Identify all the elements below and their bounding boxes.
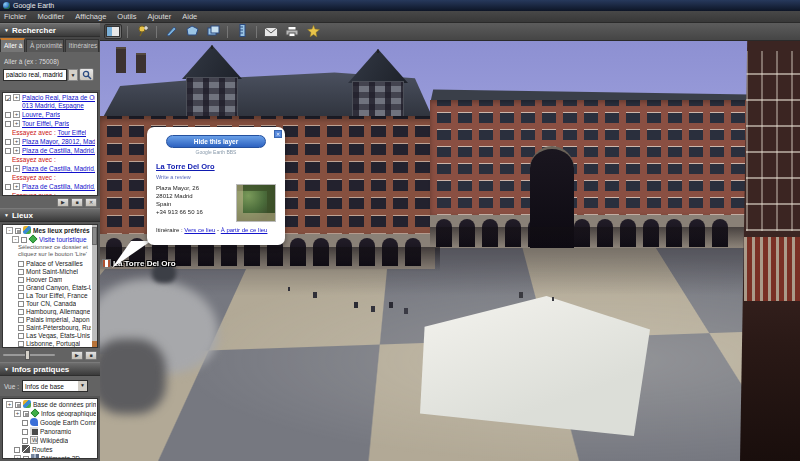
expander-icon[interactable]: + bbox=[13, 94, 20, 101]
place-checkbox[interactable] bbox=[18, 341, 24, 347]
play-tour-button[interactable]: ▶ bbox=[71, 351, 83, 360]
place-checkbox[interactable] bbox=[18, 269, 24, 275]
search-history-dropdown[interactable]: ▼ bbox=[68, 69, 78, 81]
place-item[interactable]: Mont Saint-Michel bbox=[4, 268, 91, 275]
stop-button[interactable]: ■ bbox=[85, 351, 97, 360]
email-button[interactable] bbox=[262, 24, 280, 39]
search-input[interactable] bbox=[3, 69, 67, 81]
layer-checkbox[interactable] bbox=[14, 447, 20, 453]
opacity-slider-thumb[interactable] bbox=[25, 350, 30, 360]
layer-item[interactable]: Panoramio bbox=[4, 427, 96, 435]
menu-affichage[interactable]: Affichage bbox=[75, 13, 106, 21]
place-item[interactable]: Hambourg, Allemagne bbox=[4, 308, 91, 315]
place-checkbox[interactable] bbox=[18, 285, 24, 291]
expander-icon[interactable]: - bbox=[6, 227, 13, 234]
result-checkbox[interactable] bbox=[5, 166, 11, 172]
place-checkbox[interactable] bbox=[18, 301, 24, 307]
expander-icon[interactable]: + bbox=[13, 165, 20, 172]
sightseeing-link[interactable]: Visite touristique bbox=[39, 236, 87, 243]
expander-icon[interactable]: + bbox=[14, 455, 21, 460]
tab-à proximité[interactable]: À proximité bbox=[26, 39, 64, 52]
layer-item[interactable]: +Infos géographiques du Web bbox=[4, 409, 96, 417]
layer-item[interactable]: +Base de données primaire bbox=[4, 400, 96, 408]
menu-fichier[interactable]: Fichier bbox=[4, 13, 27, 21]
scroll-down-arrow[interactable] bbox=[92, 341, 97, 347]
stop-button[interactable]: ■ bbox=[71, 198, 83, 207]
expander-icon[interactable]: + bbox=[13, 147, 20, 154]
layer-item[interactable]: Wikipédia bbox=[4, 436, 96, 444]
result-link[interactable]: Palacio Real, Plaza de Oriente, 2013 Mad… bbox=[22, 94, 95, 110]
places-scrollbar[interactable] bbox=[92, 225, 97, 347]
clear-results-button[interactable]: ✕ bbox=[85, 198, 97, 207]
result-checkbox[interactable] bbox=[5, 121, 11, 127]
add-path-button[interactable] bbox=[162, 24, 180, 39]
places-root-item[interactable]: -Mes lieux préférés bbox=[4, 226, 91, 234]
play-tour-button[interactable]: ▶ bbox=[57, 198, 69, 207]
tab-itinéraires[interactable]: Itinéraires bbox=[65, 39, 99, 52]
layer-checkbox[interactable] bbox=[23, 411, 29, 417]
place-checkbox[interactable] bbox=[18, 333, 24, 339]
result-link[interactable]: Plaza de Castilla, Madrid, Provin bbox=[22, 165, 95, 173]
result-link[interactable]: Tour Eiffel, Paris bbox=[22, 120, 69, 128]
result-link[interactable]: Louvre, Paris bbox=[22, 111, 60, 119]
menu-modifier[interactable]: Modifier bbox=[38, 13, 65, 21]
menu-ajouter[interactable]: Ajouter bbox=[148, 13, 172, 21]
result-link[interactable]: Plaza Mayor, 28012, Madrid, Espa bbox=[22, 138, 95, 146]
add-placemark-button[interactable] bbox=[133, 24, 151, 39]
result-checkbox[interactable] bbox=[5, 139, 11, 145]
suggestion-link[interactable]: Tour Eiffel bbox=[57, 129, 86, 136]
menu-outils[interactable]: Outils bbox=[117, 13, 136, 21]
place-item[interactable]: Las Vegas, États-Unis bbox=[4, 332, 91, 339]
3d-view[interactable]: La Torre Del Oro ✕ Hide this layer Googl… bbox=[100, 41, 800, 461]
layer-checkbox[interactable] bbox=[22, 438, 28, 444]
measure-button[interactable] bbox=[233, 24, 251, 39]
place-checkbox[interactable] bbox=[18, 293, 24, 299]
layer-checkbox[interactable] bbox=[22, 420, 28, 426]
place-item[interactable]: Hoover Dam bbox=[4, 276, 91, 283]
place-item[interactable]: Grand Canyon, États-Unis bbox=[4, 284, 91, 291]
directions-to-here-link[interactable]: Vers ce lieu bbox=[184, 227, 215, 233]
expander-icon[interactable]: + bbox=[13, 120, 20, 127]
add-polygon-button[interactable] bbox=[183, 24, 201, 39]
balloon-title-link[interactable]: La Torre Del Oro bbox=[156, 162, 215, 171]
result-link[interactable]: Plaza de Castilla, Madrid, Espagn bbox=[22, 183, 95, 191]
place-checkbox[interactable] bbox=[18, 277, 24, 283]
opacity-slider[interactable] bbox=[3, 354, 55, 356]
expander-icon[interactable]: + bbox=[13, 138, 20, 145]
write-review-link[interactable]: Write a review bbox=[156, 174, 280, 180]
layer-item[interactable]: Google Earth Community bbox=[4, 418, 96, 426]
place-item[interactable]: La Tour Eiffel, France bbox=[4, 292, 91, 299]
view-in-google-maps-button[interactable] bbox=[304, 24, 322, 39]
expander-icon[interactable]: + bbox=[13, 111, 20, 118]
tour-checkbox[interactable] bbox=[21, 237, 27, 243]
layer-item[interactable]: Routes bbox=[4, 445, 96, 453]
search-panel-header[interactable]: ▼ Rechercher bbox=[0, 23, 100, 37]
menu-aide[interactable]: Aide bbox=[182, 13, 197, 21]
place-item[interactable]: Palace of Versailles bbox=[4, 260, 91, 267]
result-checkbox[interactable] bbox=[5, 184, 11, 190]
directions-from-here-link[interactable]: À partir de ce lieu bbox=[221, 227, 268, 233]
place-checkbox[interactable] bbox=[18, 309, 24, 315]
result-checkbox[interactable] bbox=[5, 95, 11, 101]
layer-checkbox[interactable] bbox=[15, 402, 21, 408]
result-checkbox[interactable] bbox=[5, 112, 11, 118]
expander-icon[interactable]: - bbox=[12, 236, 19, 243]
close-icon[interactable]: ✕ bbox=[274, 130, 282, 138]
places-checkbox[interactable] bbox=[15, 228, 21, 234]
layers-panel-header[interactable]: ▼ Infos pratiques bbox=[0, 362, 100, 376]
place-item[interactable]: Palais impérial, Japon bbox=[4, 316, 91, 323]
print-button[interactable] bbox=[283, 24, 301, 39]
sightseeing-item[interactable]: -Visite touristique bbox=[4, 235, 91, 243]
places-panel-header[interactable]: ▼ Lieux bbox=[0, 208, 100, 222]
place-checkbox[interactable] bbox=[18, 261, 24, 267]
hide-layer-button[interactable]: Hide this layer bbox=[166, 135, 266, 148]
result-checkbox[interactable] bbox=[5, 148, 11, 154]
place-item[interactable]: Tour CN, Canada bbox=[4, 300, 91, 307]
place-checkbox[interactable] bbox=[18, 325, 24, 331]
expander-icon[interactable]: + bbox=[14, 410, 21, 417]
view-select[interactable]: Infos de base ▼ bbox=[22, 380, 88, 392]
result-link[interactable]: Plaza de Castilla, Madrid, Provinc bbox=[22, 147, 95, 155]
place-item[interactable]: Lisbonne, Portugal bbox=[4, 340, 91, 347]
place-item[interactable]: Saint-Pétersbourg, Russie bbox=[4, 324, 91, 331]
layer-checkbox[interactable] bbox=[22, 429, 28, 435]
